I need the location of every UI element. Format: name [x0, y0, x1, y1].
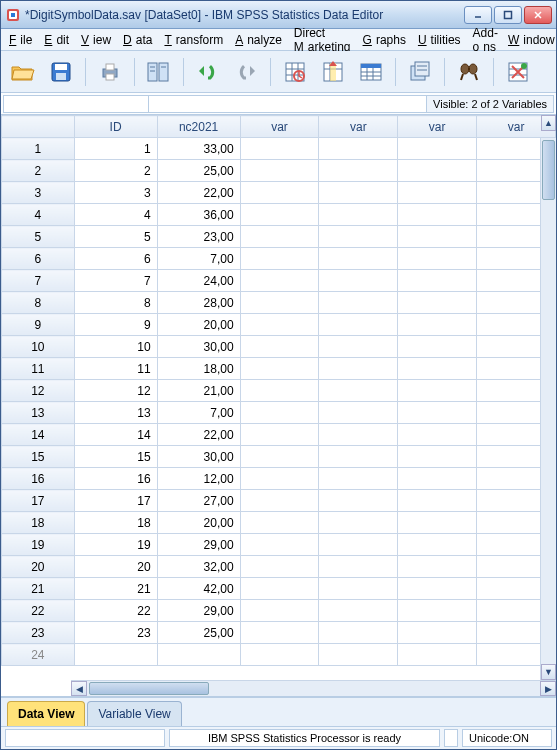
- cell-empty[interactable]: [398, 270, 477, 292]
- row-header[interactable]: 17: [2, 490, 75, 512]
- table-row[interactable]: 181820,00: [2, 512, 556, 534]
- cell-empty[interactable]: [319, 270, 398, 292]
- cell-nc2021[interactable]: 27,00: [157, 490, 240, 512]
- cell-id[interactable]: 2: [74, 160, 157, 182]
- column-header-var[interactable]: var: [319, 116, 398, 138]
- row-header[interactable]: 5: [2, 226, 75, 248]
- row-header[interactable]: 21: [2, 578, 75, 600]
- find-button[interactable]: [453, 56, 485, 88]
- table-row[interactable]: 151530,00: [2, 446, 556, 468]
- row-header[interactable]: 2: [2, 160, 75, 182]
- cell-empty[interactable]: [319, 358, 398, 380]
- save-button[interactable]: [45, 56, 77, 88]
- row-header[interactable]: 6: [2, 248, 75, 270]
- table-row[interactable]: 171727,00: [2, 490, 556, 512]
- row-header[interactable]: 3: [2, 182, 75, 204]
- row-header[interactable]: 19: [2, 534, 75, 556]
- cell-nc2021[interactable]: 25,00: [157, 622, 240, 644]
- cell-empty[interactable]: [319, 182, 398, 204]
- cell-empty[interactable]: [398, 182, 477, 204]
- cell-empty[interactable]: [240, 160, 319, 182]
- cell-empty[interactable]: [319, 446, 398, 468]
- column-header-id[interactable]: ID: [74, 116, 157, 138]
- cell-empty[interactable]: [398, 358, 477, 380]
- scroll-up-button[interactable]: ▲: [541, 115, 556, 131]
- cell-empty[interactable]: [398, 380, 477, 402]
- cell-empty[interactable]: [398, 622, 477, 644]
- row-header[interactable]: 22: [2, 600, 75, 622]
- open-button[interactable]: [7, 56, 39, 88]
- cell-nc2021[interactable]: 20,00: [157, 314, 240, 336]
- cell-id[interactable]: 12: [74, 380, 157, 402]
- cell-empty[interactable]: [319, 468, 398, 490]
- vertical-scroll-thumb[interactable]: [542, 140, 555, 200]
- menu-window[interactable]: Window: [504, 31, 557, 49]
- column-header-var[interactable]: var: [240, 116, 319, 138]
- cell-id[interactable]: 5: [74, 226, 157, 248]
- goto-case-button[interactable]: [279, 56, 311, 88]
- cell-nc2021[interactable]: 25,00: [157, 160, 240, 182]
- cell-nc2021[interactable]: 36,00: [157, 204, 240, 226]
- cell-empty[interactable]: [240, 600, 319, 622]
- horizontal-scroll-thumb[interactable]: [89, 682, 209, 695]
- cell-id[interactable]: 8: [74, 292, 157, 314]
- cell-nc2021[interactable]: 32,00: [157, 556, 240, 578]
- row-header[interactable]: 10: [2, 336, 75, 358]
- vertical-scrollbar[interactable]: ▲ ▼: [540, 138, 556, 680]
- cell-empty[interactable]: [398, 578, 477, 600]
- cell-empty[interactable]: [319, 556, 398, 578]
- scroll-down-button[interactable]: ▼: [541, 664, 556, 680]
- goto-variable-button[interactable]: [317, 56, 349, 88]
- cell-empty[interactable]: [398, 160, 477, 182]
- recall-dialog-button[interactable]: [143, 56, 175, 88]
- row-header[interactable]: 15: [2, 446, 75, 468]
- tab-data-view[interactable]: Data View: [7, 701, 85, 726]
- cell-empty[interactable]: [398, 402, 477, 424]
- column-header-var[interactable]: var: [398, 116, 477, 138]
- menu-view[interactable]: View: [77, 31, 119, 49]
- cell-empty[interactable]: [398, 292, 477, 314]
- cell-empty[interactable]: [240, 490, 319, 512]
- cell-empty[interactable]: [240, 644, 319, 666]
- cell-empty[interactable]: [74, 644, 157, 666]
- cell-empty[interactable]: [398, 600, 477, 622]
- cell-empty[interactable]: [240, 578, 319, 600]
- cell-empty[interactable]: [240, 358, 319, 380]
- cell-empty[interactable]: [157, 644, 240, 666]
- table-row[interactable]: 7724,00: [2, 270, 556, 292]
- cell-nc2021[interactable]: 33,00: [157, 138, 240, 160]
- table-row[interactable]: 13137,00: [2, 402, 556, 424]
- minimize-button[interactable]: [464, 6, 492, 24]
- insert-cases-button[interactable]: [502, 56, 534, 88]
- row-header[interactable]: 9: [2, 314, 75, 336]
- table-row[interactable]: 2225,00: [2, 160, 556, 182]
- cell-empty[interactable]: [398, 468, 477, 490]
- row-header[interactable]: 24: [2, 644, 75, 666]
- row-header[interactable]: 8: [2, 292, 75, 314]
- cell-nc2021[interactable]: 7,00: [157, 248, 240, 270]
- undo-button[interactable]: [192, 56, 224, 88]
- cell-empty[interactable]: [398, 314, 477, 336]
- cell-empty[interactable]: [240, 402, 319, 424]
- row-header[interactable]: 14: [2, 424, 75, 446]
- cell-id[interactable]: 9: [74, 314, 157, 336]
- menu-utilities[interactable]: Utilities: [414, 31, 469, 49]
- cell-empty[interactable]: [319, 424, 398, 446]
- cell-empty[interactable]: [398, 138, 477, 160]
- cell-empty[interactable]: [398, 534, 477, 556]
- cell-empty[interactable]: [319, 644, 398, 666]
- cell-id[interactable]: 16: [74, 468, 157, 490]
- cell-id[interactable]: 7: [74, 270, 157, 292]
- row-header[interactable]: 7: [2, 270, 75, 292]
- cell-id[interactable]: 3: [74, 182, 157, 204]
- cell-empty[interactable]: [240, 226, 319, 248]
- cell-empty[interactable]: [240, 468, 319, 490]
- cell-nc2021[interactable]: 29,00: [157, 600, 240, 622]
- row-header[interactable]: 23: [2, 622, 75, 644]
- cell-empty[interactable]: [240, 138, 319, 160]
- cell-id[interactable]: 21: [74, 578, 157, 600]
- table-row-empty[interactable]: 24: [2, 644, 556, 666]
- cell-nc2021[interactable]: 24,00: [157, 270, 240, 292]
- row-header[interactable]: 20: [2, 556, 75, 578]
- table-row[interactable]: 101030,00: [2, 336, 556, 358]
